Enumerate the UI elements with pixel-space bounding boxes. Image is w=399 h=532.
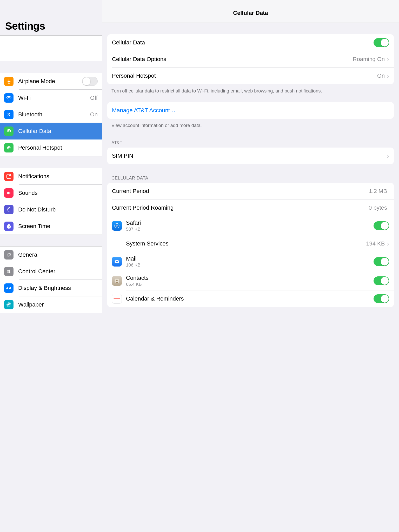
app-sub: 65.4 KB <box>126 282 249 287</box>
sidebar-item-wallpaper[interactable]: Wallpaper <box>0 296 102 313</box>
svg-point-1 <box>9 175 11 176</box>
detail-pane: Cellular Data Cellular DataCellular Data… <box>102 0 249 332</box>
detail-header: Cellular Data <box>102 0 249 23</box>
svg-rect-10 <box>115 260 119 263</box>
safari-icon <box>112 221 122 231</box>
detail-row-label: Personal Hotspot <box>112 72 249 79</box>
sidebar-item-label: Screen Time <box>18 223 98 230</box>
sidebar-item-label: Airplane Mode <box>18 78 82 85</box>
notifications-icon <box>4 172 14 181</box>
carrier-section-header: AT&T <box>102 129 249 148</box>
carrier-card: SIM PIN› <box>107 148 249 164</box>
mail-icon <box>112 257 122 267</box>
calendar-icon <box>112 294 122 304</box>
sidebar-item-label: Do Not Disturb <box>18 206 98 213</box>
sidebar-item-label: Personal Hotspot <box>18 144 98 151</box>
detail-row-system-services[interactable]: System Services194 KB› <box>107 235 249 252</box>
app-sub: 587 KB <box>126 227 249 232</box>
detail-row-safari[interactable]: Safari587 KB <box>107 216 249 235</box>
svg-point-6 <box>8 304 10 305</box>
detail-row-label: Current Period Roaming <box>112 204 249 211</box>
manage-account-row[interactable]: Manage AT&T Account… <box>107 102 249 119</box>
detail-row-cellular-data[interactable]: Cellular Data <box>107 34 249 51</box>
sidebar-item-notifications[interactable]: Notifications <box>0 168 102 185</box>
screentime-icon <box>4 222 14 231</box>
app-name: Mail <box>126 255 249 262</box>
sidebar-item-wi-fi[interactable]: Wi-FiOff <box>0 90 102 106</box>
sidebar-item-personal-hotspot[interactable]: Personal Hotspot <box>0 139 102 156</box>
display-icon: AA <box>4 283 14 293</box>
svg-rect-3 <box>8 272 9 274</box>
switch-off[interactable] <box>82 77 98 86</box>
bluetooth-icon <box>4 110 14 119</box>
wifi-icon <box>4 93 14 103</box>
detail-row-mail[interactable]: Mail106 KB <box>107 252 249 271</box>
sidebar-item-label: Notifications <box>18 173 98 180</box>
sidebar-item-airplane-mode[interactable]: Airplane Mode <box>0 73 102 90</box>
airplane-icon <box>4 77 14 86</box>
svg-rect-5 <box>9 271 10 273</box>
manage-account-link[interactable]: Manage AT&T Account… <box>112 107 249 114</box>
app-name: Safari <box>126 220 249 226</box>
sidebar-item-label: Wallpaper <box>18 301 98 308</box>
sidebar-item-cellular-data[interactable]: Cellular Data <box>0 123 102 139</box>
icon-spacer <box>112 239 122 249</box>
settings-title: Settings <box>0 6 102 35</box>
cellular-top-footer: Turn off cellular data to restrict all d… <box>102 84 249 94</box>
general-icon <box>4 250 14 260</box>
app-name: System Services <box>126 240 249 247</box>
sidebar-item-general[interactable]: General <box>0 247 102 263</box>
sidebar-item-do-not-disturb[interactable]: Do Not Disturb <box>0 201 102 218</box>
usage-card: Current Period1.2 MBCurrent Period Roami… <box>107 183 249 307</box>
sidebar-item-label: Cellular Data <box>18 128 98 135</box>
sidebar-item-display-brightness[interactable]: AADisplay & Brightness <box>0 280 102 296</box>
manage-account-footer: View account information or add more dat… <box>102 119 249 129</box>
sidebar-item-label: Wi-Fi <box>18 95 90 101</box>
detail-row-cellular-data-options[interactable]: Cellular Data OptionsRoaming On› <box>107 51 249 68</box>
search-row[interactable] <box>0 35 102 61</box>
svg-point-12 <box>116 280 118 281</box>
detail-row-personal-hotspot[interactable]: Personal HotspotOn› <box>107 68 249 84</box>
manage-account-card: Manage AT&T Account… <box>107 102 249 119</box>
detail-row-label: Cellular Data <box>112 39 249 46</box>
svg-rect-4 <box>9 270 10 271</box>
contacts-icon <box>112 276 122 286</box>
sidebar-item-sounds[interactable]: Sounds <box>0 185 102 201</box>
sidebar-item-screen-time[interactable]: Screen Time <box>0 218 102 235</box>
cellular-icon <box>4 127 14 136</box>
dnd-icon <box>4 205 14 214</box>
wallpaper-icon <box>4 300 14 309</box>
detail-row-label: Cellular Data Options <box>112 56 249 63</box>
sidebar-item-value: Off <box>90 95 98 101</box>
sidebar-item-label: Display & Brightness <box>18 285 98 291</box>
sidebar-item-bluetooth[interactable]: BluetoothOn <box>0 106 102 123</box>
sounds-icon <box>4 188 14 198</box>
detail-row-label: SIM PIN <box>112 152 249 159</box>
sidebar-item-label: Bluetooth <box>18 111 90 118</box>
detail-row-sim-pin[interactable]: SIM PIN› <box>107 148 249 164</box>
app-name: Contacts <box>126 275 249 281</box>
detail-row-contacts[interactable]: Contacts65.4 KB <box>107 271 249 290</box>
sidebar-item-label: Control Center <box>18 268 98 275</box>
detail-title: Cellular Data <box>233 10 249 16</box>
svg-rect-2 <box>8 270 9 272</box>
sidebar-item-control-center[interactable]: Control Center <box>0 263 102 280</box>
settings-sidebar: Settings Airplane ModeWi-FiOffBluetoothO… <box>0 0 102 332</box>
sidebar-item-label: Sounds <box>18 190 98 196</box>
detail-row-current-period-roaming: Current Period Roaming0 bytes <box>107 200 249 216</box>
detail-row-label: Current Period <box>112 188 249 195</box>
detail-row-current-period: Current Period1.2 MB <box>107 183 249 200</box>
detail-row-calendar-reminders[interactable]: Calendar & Reminders <box>107 290 249 307</box>
sidebar-item-value: On <box>90 111 98 118</box>
sidebar-item-label: General <box>18 251 98 258</box>
controlcenter-icon <box>4 267 14 276</box>
cellular-top-card: Cellular DataCellular Data OptionsRoamin… <box>107 34 249 84</box>
app-name: Calendar & Reminders <box>126 295 249 302</box>
hotspot-icon <box>4 143 14 152</box>
usage-section-header: CELLULAR DATA <box>102 164 249 183</box>
app-sub: 106 KB <box>126 263 249 268</box>
